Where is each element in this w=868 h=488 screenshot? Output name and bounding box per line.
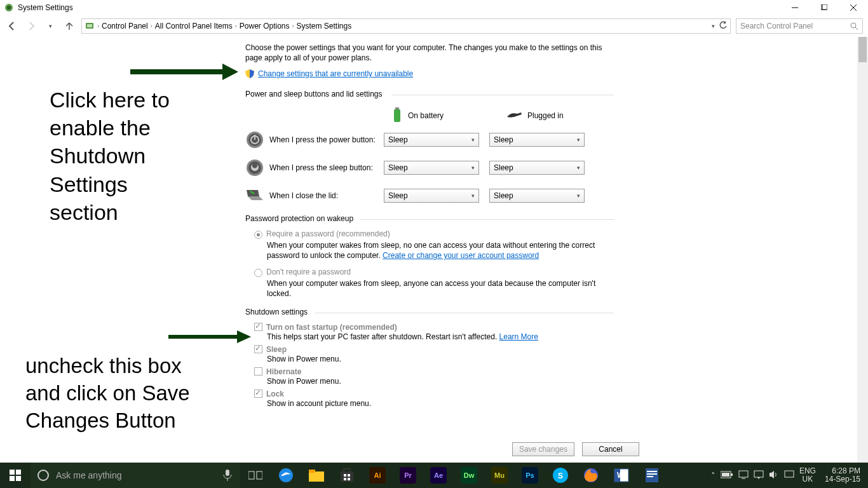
aftereffects-icon[interactable]: Ae	[423, 463, 454, 488]
svg-point-27	[38, 470, 48, 480]
cortana-placeholder: Ask me anything	[56, 470, 122, 480]
shutdown-section-title: Shutdown settings	[245, 308, 313, 316]
photoshop-icon[interactable]: Ps	[515, 463, 545, 488]
scrollbar[interactable]	[857, 37, 868, 463]
change-settings-link[interactable]: Change settings that are currently unava…	[258, 69, 413, 78]
back-button[interactable]	[5, 19, 19, 33]
svg-rect-49	[647, 476, 653, 477]
tray-volume-icon[interactable]	[769, 470, 779, 481]
tray-language[interactable]: ENGUK	[799, 467, 816, 484]
fast-startup-desc: This helps start your PC faster after sh…	[267, 332, 614, 341]
lid-plugged-select[interactable]: Sleep	[489, 189, 585, 203]
svg-point-18	[248, 161, 261, 174]
sleep-battery-select[interactable]: Sleep	[384, 161, 479, 175]
tray-chevron-icon[interactable]: ˄	[711, 471, 715, 480]
dreamweaver-icon[interactable]: Dw	[454, 463, 484, 488]
word-icon[interactable]: W	[606, 463, 637, 488]
breadcrumb-item[interactable]: System Settings	[296, 22, 351, 30]
svg-line-10	[855, 27, 858, 30]
save-changes-button[interactable]: Save changes	[512, 442, 574, 456]
create-password-link[interactable]: Create or change your user account passw…	[383, 251, 539, 260]
lock-label: Lock	[266, 390, 284, 398]
store-icon[interactable]	[332, 463, 362, 488]
lock-desc: Show in account picture menu.	[267, 399, 614, 408]
svg-rect-48	[647, 473, 657, 475]
up-button[interactable]	[62, 19, 76, 33]
search-input[interactable]: Search Control Panel	[736, 18, 863, 34]
tray-action-icon[interactable]	[754, 470, 764, 481]
svg-rect-53	[739, 471, 748, 477]
chevron-right-icon[interactable]: ›	[151, 23, 153, 29]
dont-require-password-label: Don't require a password	[266, 268, 351, 276]
tray-network-icon[interactable]	[738, 470, 749, 481]
power-plugged-select[interactable]: Sleep	[489, 133, 585, 147]
buttons-section-title: Power and sleep buttons and lid settings	[245, 90, 387, 98]
intro-text: Choose the power settings that you want …	[245, 43, 614, 63]
breadcrumb-item[interactable]: All Control Panel Items	[155, 22, 233, 30]
svg-rect-46	[646, 468, 658, 482]
start-button[interactable]	[0, 463, 31, 488]
close-button[interactable]	[839, 0, 868, 15]
svg-rect-25	[10, 476, 15, 481]
sleep-plugged-select[interactable]: Sleep	[489, 161, 585, 175]
breadcrumb-item[interactable]: Power Options	[240, 22, 290, 30]
svg-rect-8	[87, 24, 92, 27]
sleep-label: Sleep	[266, 345, 287, 354]
cortana-search[interactable]: Ask me anything	[31, 463, 240, 488]
dont-require-password-desc: When your computer wakes from sleep, any…	[267, 278, 597, 299]
svg-rect-31	[257, 471, 262, 479]
word-doc-icon[interactable]	[637, 463, 667, 488]
chevron-right-icon[interactable]: ›	[292, 23, 294, 29]
search-icon	[850, 22, 858, 30]
power-battery-select[interactable]: Sleep	[384, 133, 479, 147]
lid-label: When I close the lid:	[269, 191, 384, 200]
plug-icon	[506, 111, 522, 121]
lid-icon	[245, 186, 264, 205]
cancel-button[interactable]: Cancel	[582, 442, 639, 456]
app-icon	[4, 3, 14, 13]
tray-battery-icon[interactable]	[721, 471, 733, 480]
svg-rect-4	[822, 4, 827, 10]
svg-rect-47	[647, 471, 657, 472]
file-explorer-icon[interactable]	[301, 463, 332, 488]
minimize-button[interactable]	[780, 0, 810, 15]
forward-button[interactable]	[24, 19, 38, 33]
skype-icon[interactable]: S	[545, 463, 576, 488]
firefox-icon[interactable]	[576, 463, 606, 488]
muse-icon[interactable]: Mu	[484, 463, 515, 488]
power-button-icon	[245, 130, 264, 149]
recent-dropdown[interactable]: ▾	[43, 19, 57, 33]
address-bar[interactable]: › Control Panel › All Control Panel Item…	[81, 18, 731, 34]
svg-point-1	[7, 6, 11, 10]
task-view-icon[interactable]	[240, 463, 271, 488]
annotation-text-1: Click here toenable theShutdownSettingss…	[50, 86, 170, 226]
chevron-right-icon[interactable]: ›	[235, 23, 237, 29]
refresh-icon[interactable]	[719, 21, 728, 32]
svg-rect-26	[16, 476, 21, 481]
breadcrumb-item[interactable]: Control Panel	[102, 22, 148, 30]
require-password-label: Require a password (recommended)	[266, 229, 390, 238]
svg-marker-22	[237, 330, 251, 343]
learn-more-link[interactable]: Learn More	[499, 332, 538, 341]
tray-notification-icon[interactable]	[784, 470, 794, 481]
svg-rect-52	[722, 473, 729, 477]
edge-icon[interactable]	[271, 463, 301, 488]
illustrator-icon[interactable]: Ai	[362, 463, 393, 488]
search-placeholder: Search Control Panel	[740, 22, 850, 30]
password-section-title: Password protection on wakeup	[245, 214, 358, 223]
tray-clock[interactable]: 6:28 PM14-Sep-15	[821, 467, 864, 484]
annotation-arrow-1	[130, 62, 238, 81]
chevron-right-icon[interactable]: ›	[97, 23, 99, 29]
svg-rect-39	[348, 478, 350, 480]
lock-checkbox	[254, 390, 262, 398]
maximize-button[interactable]	[810, 0, 839, 15]
premiere-icon[interactable]: Pr	[393, 463, 423, 488]
svg-text:W: W	[617, 471, 625, 480]
svg-rect-34	[309, 470, 315, 473]
svg-rect-28	[226, 470, 229, 476]
microphone-icon[interactable]	[215, 470, 240, 481]
lid-battery-select[interactable]: Sleep	[384, 189, 479, 203]
scrollbar-thumb[interactable]	[858, 37, 867, 62]
address-dropdown-icon[interactable]: ▾	[712, 23, 715, 29]
svg-rect-55	[754, 471, 763, 477]
